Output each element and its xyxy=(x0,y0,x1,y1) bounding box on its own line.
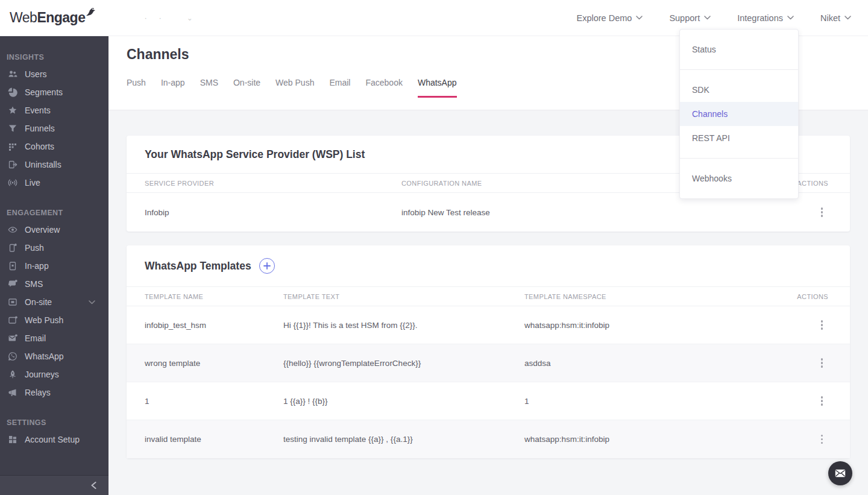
templates-table-header: TEMPLATE NAME TEMPLATE TEXT TEMPLATE NAM… xyxy=(127,286,850,306)
tab-in-app[interactable]: In-app xyxy=(161,78,185,98)
menu-item-status[interactable]: Status xyxy=(680,37,798,61)
template-text-cell: {{hello}} {{wrongTemplateErrorCheck}} xyxy=(283,359,524,368)
sidebar-item-label: Uninstalls xyxy=(25,160,61,169)
sidebar-item-uninstalls[interactable]: Uninstalls xyxy=(0,156,108,174)
column-header-template-name: TEMPLATE NAME xyxy=(145,293,283,300)
eye-icon xyxy=(7,224,18,235)
sidebar-item-events[interactable]: Events xyxy=(0,101,108,119)
nav-label: Explore Demo xyxy=(577,13,632,23)
webpush-window-icon xyxy=(7,315,18,326)
sidebar-item-label: On-site xyxy=(25,297,52,307)
sidebar-item-label: Segments xyxy=(25,87,63,97)
sidebar-item-whatsapp[interactable]: WhatsApp xyxy=(0,347,108,365)
tab-web-push[interactable]: Web Push xyxy=(275,78,314,98)
kebab-menu-icon[interactable] xyxy=(818,393,826,409)
chat-launcher-button[interactable] xyxy=(828,461,852,485)
kebab-menu-icon[interactable] xyxy=(818,432,826,447)
nav-support[interactable]: Support xyxy=(669,13,711,23)
menu-item-rest-api[interactable]: REST API xyxy=(680,126,798,150)
nav-explore-demo[interactable]: Explore Demo xyxy=(577,13,643,23)
sidebar-item-label: Live xyxy=(25,178,40,188)
sidebar-item-users[interactable]: Users xyxy=(0,65,108,83)
menu-group: SDK Channels REST API xyxy=(680,70,798,159)
tab-facebook[interactable]: Facebook xyxy=(365,78,402,98)
menu-item-channels[interactable]: Channels xyxy=(680,102,798,126)
sidebar-item-web-push[interactable]: Web Push xyxy=(0,311,108,329)
tab-email[interactable]: Email xyxy=(329,78,350,98)
account-switcher-redacted[interactable]: · · ⌄ xyxy=(144,13,192,22)
sidebar-item-cohorts[interactable]: Cohorts xyxy=(0,137,108,156)
table-row: 1 1 {{a}} ! {{b}} 1 xyxy=(127,382,850,420)
templates-card-header: WhatsApp Templates xyxy=(127,245,850,286)
section-title: ENGAGEMENT xyxy=(0,205,108,221)
template-namespace-cell: 1 xyxy=(524,397,778,406)
sidebar-item-label: WhatsApp xyxy=(25,352,64,361)
table-row: invalid template testing invalid templat… xyxy=(127,420,850,458)
onsite-window-icon xyxy=(7,297,18,307)
chevron-left-icon xyxy=(91,482,96,489)
sidebar-item-account-setup[interactable]: Account Setup xyxy=(0,430,108,449)
tab-push[interactable]: Push xyxy=(127,78,146,98)
users-icon xyxy=(7,69,18,80)
sidebar-collapse-button[interactable] xyxy=(0,475,108,495)
sidebar-item-email[interactable]: Email xyxy=(0,329,108,347)
sidebar-item-overview[interactable]: Overview xyxy=(0,221,108,239)
live-broadcast-icon xyxy=(7,177,18,188)
sidebar-item-label: Push xyxy=(25,243,44,253)
email-envelope-icon xyxy=(7,333,18,344)
nav-user-niket[interactable]: Niket xyxy=(820,13,851,23)
logo-text: WebEngage xyxy=(10,10,85,26)
kebab-menu-icon[interactable] xyxy=(818,204,826,220)
sidebar-item-sms[interactable]: SMS xyxy=(0,275,108,293)
table-row: wrong template {{hello}} {{wrongTemplate… xyxy=(127,344,850,382)
bird-logo-icon xyxy=(84,7,97,22)
table-row: infobip_test_hsm Hi {{1}}! This is a tes… xyxy=(127,306,850,344)
template-namespace-cell: whatsapp:hsm:it:infobip xyxy=(524,321,778,330)
menu-item-webhooks[interactable]: Webhooks xyxy=(680,166,798,191)
sidebar-item-push[interactable]: Push xyxy=(0,239,108,257)
menu-item-sdk[interactable]: SDK xyxy=(680,78,798,102)
template-name-cell: invalid template xyxy=(145,435,283,444)
inapp-phone-icon xyxy=(7,260,18,271)
templates-card-title: WhatsApp Templates xyxy=(145,260,251,273)
sidebar-section-insights: INSIGHTS Users Segments Events Funnels C… xyxy=(0,49,108,192)
sidebar-item-label: Events xyxy=(25,106,51,115)
sidebar-item-journeys[interactable]: Journeys xyxy=(0,365,108,383)
service-provider-cell: Infobip xyxy=(145,208,401,217)
chevron-down-icon xyxy=(636,16,643,20)
column-header-service-provider: SERVICE PROVIDER xyxy=(145,180,401,187)
kebab-menu-icon[interactable] xyxy=(818,355,826,371)
nav-label: Integrations xyxy=(737,13,783,23)
sidebar-item-on-site[interactable]: On-site xyxy=(0,293,108,311)
sidebar-item-label: Account Setup xyxy=(25,435,80,444)
support-dropdown-menu: Status SDK Channels REST API Webhooks xyxy=(679,29,799,199)
sidebar-item-label: Web Push xyxy=(25,315,63,325)
webengage-dashboard: WebEngage · · ⌄ Explore Demo Support Int… xyxy=(0,0,868,495)
sidebar-item-live[interactable]: Live xyxy=(0,174,108,192)
uninstalls-icon xyxy=(7,159,18,170)
redacted-text: · · xyxy=(144,13,166,22)
tab-on-site[interactable]: On-site xyxy=(233,78,260,98)
kebab-menu-icon[interactable] xyxy=(818,317,826,333)
tab-sms[interactable]: SMS xyxy=(200,78,218,98)
sidebar-item-relays[interactable]: Relays xyxy=(0,383,108,402)
webengage-logo[interactable]: WebEngage xyxy=(10,10,97,26)
sidebar-item-label: Email xyxy=(25,333,46,343)
nav-label: Niket xyxy=(820,13,840,23)
tab-whatsapp[interactable]: WhatsApp xyxy=(418,78,457,98)
top-navigation: Explore Demo Support Integrations Niket xyxy=(577,13,868,23)
template-text-cell: testing invalid template {{a}} , {{a.1}} xyxy=(283,435,524,444)
section-title: SETTINGS xyxy=(0,415,108,430)
sidebar-item-in-app[interactable]: In-app xyxy=(0,257,108,275)
configuration-name-cell: infobip New Test release xyxy=(401,208,778,217)
template-name-cell: wrong template xyxy=(145,359,283,368)
nav-integrations[interactable]: Integrations xyxy=(737,13,794,23)
sidebar-item-label: Journeys xyxy=(25,370,59,379)
segments-icon xyxy=(7,87,18,98)
sidebar-item-funnels[interactable]: Funnels xyxy=(0,119,108,137)
sidebar-item-segments[interactable]: Segments xyxy=(0,83,108,101)
journeys-rocket-icon xyxy=(7,369,18,380)
template-namespace-cell: asddsa xyxy=(524,359,778,368)
template-text-cell: 1 {{a}} ! {{b}} xyxy=(283,397,524,406)
add-template-button[interactable] xyxy=(259,258,275,274)
